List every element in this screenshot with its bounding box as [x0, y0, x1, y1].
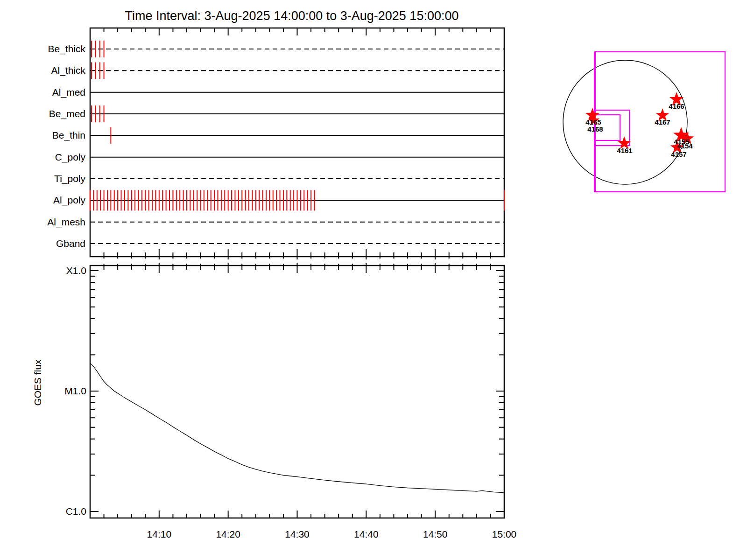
- x-tick-label: 14:40: [354, 529, 379, 539]
- filter-row-label: Ti_poly: [54, 173, 85, 184]
- filter-row-label: Be_med: [49, 108, 85, 119]
- x-tick-label: 14:20: [216, 529, 240, 539]
- active-region-label-4167: 4167: [655, 118, 670, 126]
- filter-row-label: Be_thick: [48, 43, 85, 55]
- goes-flux-axis-label: GOES flux: [32, 359, 43, 406]
- x-tick-label: 15:00: [492, 529, 517, 539]
- filter-row-label: Al_poly: [53, 195, 85, 206]
- active-region-label-4155: 4155: [674, 138, 689, 146]
- x-tick-label: 14:50: [423, 529, 448, 539]
- filter-row-label: C_poly: [55, 152, 86, 163]
- x-tick-label: 14:30: [285, 529, 310, 539]
- y-tick-label: M1.0: [64, 385, 86, 396]
- active-region-label-4161: 4161: [617, 147, 632, 154]
- active-region-label-4166: 4166: [669, 102, 684, 110]
- filter-row-label: Be_thin: [52, 130, 85, 141]
- observation-summary-plot: Time Interval: 3-Aug-2025 14:00:00 to 3-…: [0, 0, 747, 560]
- active-region-label-4168: 4168: [587, 125, 603, 133]
- filter-row-label: Al_med: [52, 87, 85, 98]
- filter-row-label: Gband: [56, 238, 85, 249]
- plot-page: Time Interval: 3-Aug-2025 14:00:00 to 3-…: [0, 0, 747, 560]
- y-tick-label: C1.0: [66, 506, 86, 517]
- active-region-label-4157: 4157: [671, 150, 686, 158]
- x-tick-label: 14:10: [147, 529, 172, 539]
- active-region-label-4165: 4165: [585, 118, 601, 126]
- time-interval-title: Time Interval: 3-Aug-2025 14:00:00 to 3-…: [125, 9, 459, 23]
- y-tick-label: X1.0: [66, 265, 86, 276]
- filter-row-label: Al_mesh: [47, 217, 85, 228]
- filter-row-label: Al_thick: [51, 65, 85, 76]
- plot-background: [0, 0, 747, 560]
